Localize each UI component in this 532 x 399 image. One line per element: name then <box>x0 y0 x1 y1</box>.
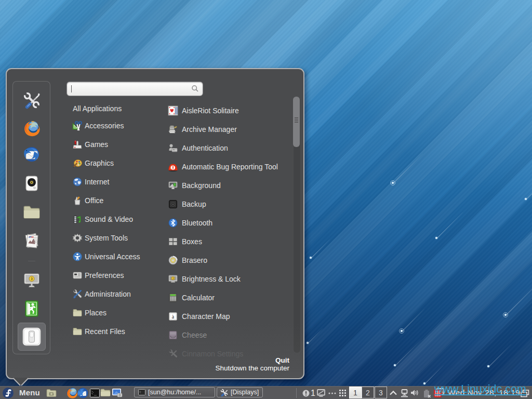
svg-text:à: à <box>172 313 175 320</box>
